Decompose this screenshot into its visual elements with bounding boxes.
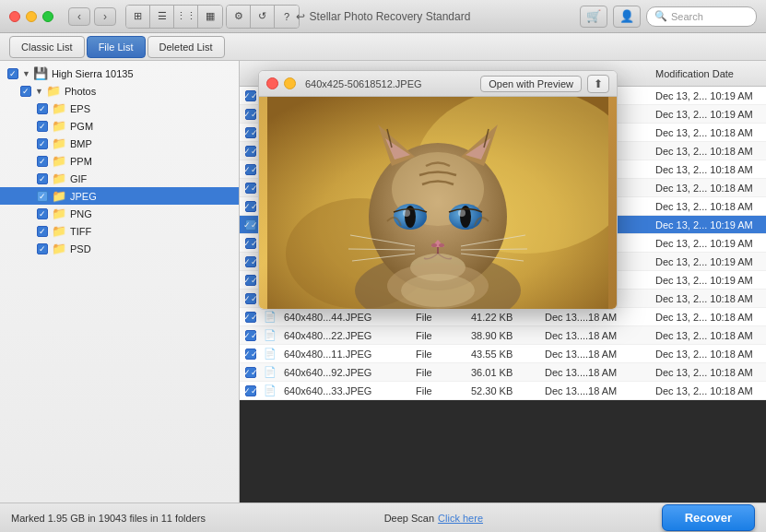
triangle-photos[interactable]: ▼ [35, 87, 43, 96]
row-size: 36.01 KB [471, 367, 545, 378]
row-filename: 640x640...92.JPEG [280, 367, 416, 378]
sidebar-item-eps[interactable]: 📁 EPS [0, 100, 239, 117]
checkbox-jpeg[interactable]: ✓ [37, 191, 48, 202]
row-type: File [416, 367, 471, 378]
row-size: 41.22 KB [471, 312, 545, 323]
settings-icon[interactable]: ⚙ [227, 6, 251, 28]
checkbox-pgm[interactable] [37, 121, 48, 132]
triangle-root[interactable]: ▼ [22, 69, 30, 78]
sidebar-item-root[interactable]: ▼ 💾 High Sierra 10135 [0, 65, 239, 82]
row-modification: Dec 13, 2... 10:18 AM [655, 330, 766, 341]
toolbar-right: 🛒 👤 🔍 Search [580, 6, 757, 28]
row-check[interactable]: ✓ [240, 367, 264, 378]
folder-icon-eps: 📁 [52, 101, 66, 115]
table-row[interactable]: ✓ 📄 640x480...44.JPEG File 41.22 KB Dec … [240, 308, 766, 326]
sidebar-item-gif[interactable]: 📁 GIF [0, 170, 239, 187]
label-bmp: BMP [70, 138, 92, 149]
tab-deleted[interactable]: Deleted List [147, 36, 225, 58]
row-filename: 640x480...44.JPEG [280, 312, 416, 323]
checkbox-root[interactable] [7, 68, 18, 79]
row-creation: Dec 13....18 AM [545, 385, 655, 396]
tab-file[interactable]: File List [87, 36, 146, 58]
folder-icon-pgm: 📁 [52, 119, 66, 133]
navigation-buttons: ‹ › [68, 7, 116, 26]
row-filename: 640x480...22.JPEG [280, 330, 416, 341]
sidebar-item-png[interactable]: 📁 PNG [0, 205, 239, 222]
preview-close-button[interactable]: × [266, 77, 278, 89]
drive-icon: 💾 [33, 66, 48, 80]
row-filename: 640x640...33.JPEG [280, 385, 416, 396]
minimize-button[interactable] [26, 11, 37, 22]
content-area: File Name ▲ Type Size Creation Date Modi… [240, 61, 766, 502]
close-button[interactable] [9, 11, 20, 22]
list-view-icon[interactable]: ☰ [150, 6, 174, 28]
folder-icon-ppm: 📁 [52, 154, 66, 168]
checkbox-photos[interactable] [20, 86, 31, 97]
recover-button[interactable]: Recover [662, 504, 755, 531]
traffic-lights [9, 11, 53, 22]
label-psd: PSD [70, 243, 91, 254]
search-box[interactable]: 🔍 Search [646, 6, 757, 27]
deep-scan-label: Deep Scan [384, 513, 434, 524]
checkbox-psd[interactable] [37, 243, 48, 254]
checkbox-eps[interactable] [37, 103, 48, 114]
label-pgm: PGM [70, 121, 93, 132]
sidebar-item-ppm[interactable]: 📁 PPM [0, 152, 239, 170]
forward-button[interactable]: › [94, 7, 116, 26]
sidebar-item-photos[interactable]: ▼ 📁 Photos [0, 82, 239, 100]
tab-classic[interactable]: Classic List [9, 36, 85, 58]
row-check[interactable]: ✓ [240, 349, 264, 360]
row-modification: Dec 13, 2... 10:18 AM [655, 293, 766, 304]
sidebar-item-jpeg[interactable]: ✓ 📁 JPEG [0, 187, 239, 205]
table-row[interactable]: ✓ 📄 640x480...22.JPEG File 38.90 KB Dec … [240, 326, 766, 345]
preview-minimize-button[interactable] [284, 77, 296, 89]
checkbox-bmp[interactable] [37, 138, 48, 149]
row-modification: Dec 13, 2... 10:18 AM [655, 367, 766, 378]
label-photos: Photos [65, 86, 96, 97]
checkbox-gif[interactable] [37, 173, 48, 184]
sidebar-item-bmp[interactable]: 📁 BMP [0, 135, 239, 152]
label-gif: GIF [70, 173, 87, 184]
app-title: ↩ Stellar Photo Recovery Standard [296, 10, 471, 23]
maximize-button[interactable] [42, 11, 53, 22]
column-view-icon[interactable]: ⋮⋮ [174, 6, 198, 28]
title-text: Stellar Photo Recovery Standard [310, 10, 471, 23]
row-check[interactable]: ✓ [240, 330, 264, 341]
refresh-icon[interactable]: ↺ [251, 6, 275, 28]
table-row[interactable]: ✓ 📄 640x640...33.JPEG File 52.30 KB Dec … [240, 382, 766, 400]
preview-titlebar: × 640x425-50618512.JPEG Open with Previe… [259, 71, 617, 97]
row-size: 43.55 KB [471, 349, 545, 360]
profile-button[interactable]: 👤 [613, 6, 641, 28]
row-check[interactable]: ✓ [240, 385, 264, 396]
statusbar: Marked 1.95 GB in 19043 files in 11 fold… [0, 502, 766, 532]
back-button[interactable]: ‹ [68, 7, 90, 26]
grid-view-icon[interactable]: ⊞ [126, 6, 150, 28]
label-tiff: TIFF [70, 226, 91, 237]
row-check[interactable]: ✓ [240, 312, 264, 323]
open-with-preview-button[interactable]: Open with Preview [480, 76, 582, 92]
table-row[interactable]: ✓ 📄 640x480...11.JPEG File 43.55 KB Dec … [240, 345, 766, 363]
row-type: File [416, 349, 471, 360]
checkbox-tiff[interactable] [37, 226, 48, 237]
cover-view-icon[interactable]: ▦ [198, 6, 222, 28]
checkbox-png[interactable] [37, 208, 48, 219]
sidebar-item-tiff[interactable]: 📁 TIFF [0, 222, 239, 240]
row-modification: Dec 13, 2... 10:19 AM [655, 238, 766, 249]
preview-popup: × 640x425-50618512.JPEG Open with Previe… [258, 70, 618, 310]
checkbox-ppm[interactable] [37, 156, 48, 167]
row-modification: Dec 13, 2... 10:19 AM [655, 90, 766, 101]
row-modification: Dec 13, 2... 10:19 AM [655, 109, 766, 120]
sidebar-item-pgm[interactable]: 📁 PGM [0, 117, 239, 135]
preview-filename: 640x425-50618512.JPEG [305, 78, 422, 89]
sidebar-item-psd[interactable]: 📁 PSD [0, 240, 239, 257]
row-file-icon: 📄 [264, 348, 280, 360]
undo-icon: ↩ [296, 10, 305, 23]
row-filename: 640x480...11.JPEG [280, 349, 416, 360]
cart-button[interactable]: 🛒 [580, 6, 607, 28]
table-row[interactable]: ✓ 📄 640x640...92.JPEG File 36.01 KB Dec … [240, 363, 766, 382]
share-button[interactable]: ⬆ [587, 75, 609, 93]
click-here-link[interactable]: Click here [438, 513, 483, 524]
folder-icon-bmp: 📁 [52, 136, 66, 150]
row-type: File [416, 385, 471, 396]
row-size: 38.90 KB [471, 330, 545, 341]
